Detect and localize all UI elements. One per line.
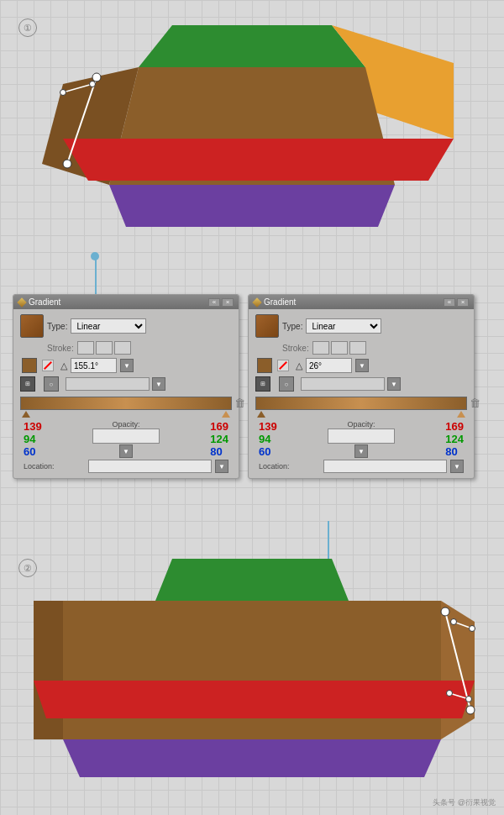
svg-marker-17 [34, 681, 475, 718]
collapse-btn-left[interactable]: « [208, 298, 220, 307]
type-select-right[interactable]: Linear Radial [306, 318, 381, 334]
stroke-box-r2[interactable] [331, 341, 348, 355]
g2-left: 124 [210, 433, 228, 445]
svg-marker-5 [63, 139, 454, 181]
svg-marker-4 [109, 185, 395, 227]
svg-marker-16 [63, 739, 441, 777]
mid-input-left[interactable] [66, 377, 150, 391]
b2-right: 80 [445, 445, 464, 458]
svg-point-25 [447, 691, 453, 697]
box-illustration-top [17, 17, 487, 260]
svg-marker-12 [155, 559, 349, 601]
trash-icon-left[interactable]: 🗑 [234, 397, 245, 409]
gradient-panel-left: Gradient « × Type: Linear Radial Stroke: [13, 294, 239, 479]
opacity-input-right[interactable] [328, 429, 395, 444]
svg-point-23 [470, 626, 475, 632]
r2-right: 169 [445, 420, 464, 433]
gradient-panel-right: Gradient « × Type: Linear Radial Stroke: [248, 294, 475, 479]
stroke-box-3[interactable] [114, 341, 131, 355]
svg-point-11 [90, 82, 96, 87]
svg-marker-15 [441, 601, 475, 739]
panel-title-right: Gradient [264, 297, 296, 307]
svg-marker-14 [34, 601, 63, 739]
collapse-btn-right[interactable]: « [444, 298, 455, 307]
svg-point-22 [451, 619, 457, 625]
opacity-dropdown-right[interactable]: ▼ [354, 444, 368, 458]
box-illustration-bottom [17, 555, 487, 798]
location-input-right[interactable] [323, 460, 447, 473]
panel-titlebar-left: Gradient « × [13, 295, 239, 309]
svg-point-10 [60, 90, 66, 96]
svg-marker-0 [139, 25, 365, 67]
color-swatch-left[interactable] [20, 314, 44, 338]
panel-title-left: Gradient [29, 297, 60, 307]
type-label-left: Type: [47, 322, 67, 331]
location-dropdown-right[interactable]: ▼ [450, 460, 464, 473]
g1-left: 94 [24, 433, 42, 445]
type-label-right: Type: [282, 322, 302, 331]
stroke-box-1[interactable] [77, 341, 94, 355]
b1-left: 60 [24, 445, 42, 458]
stop-right-right[interactable] [457, 411, 465, 418]
location-dropdown-left[interactable]: ▼ [215, 460, 228, 473]
svg-point-8 [63, 160, 71, 168]
svg-point-20 [466, 706, 475, 714]
svg-point-26 [466, 697, 472, 702]
location-label-right: Location: [259, 462, 320, 471]
g2-right: 124 [445, 433, 464, 445]
mid-input-right[interactable] [301, 377, 385, 391]
location-label-left: Location: [24, 462, 85, 471]
angle-dropdown-right[interactable]: ▼ [355, 359, 369, 372]
step1-circle: ① [18, 18, 37, 37]
mid-dropdown-right[interactable]: ▼ [387, 377, 401, 391]
gradient-bar-left[interactable] [20, 397, 232, 410]
g1-right: 94 [259, 433, 277, 445]
color-swatch-right[interactable] [255, 314, 279, 338]
angle-input-left[interactable] [71, 358, 117, 373]
opacity-label-right: Opacity: [347, 420, 375, 429]
close-btn-right[interactable]: × [457, 298, 469, 307]
trash-icon-right[interactable]: 🗑 [470, 397, 480, 409]
b1-right: 60 [259, 445, 277, 458]
opacity-input-left[interactable] [92, 429, 160, 444]
stop-right-left[interactable] [222, 411, 230, 418]
gradient-panels-section: Gradient « × Type: Linear Radial Stroke: [8, 286, 496, 529]
location-input-left[interactable] [88, 460, 212, 473]
opacity-label-left: Opacity: [112, 420, 139, 429]
close-btn-left[interactable]: × [222, 298, 234, 307]
step2-circle: ② [18, 559, 37, 577]
watermark: 头条号 @衍果视觉 [433, 797, 496, 808]
opacity-dropdown-left[interactable]: ▼ [119, 444, 133, 458]
panel-titlebar-right: Gradient « × [249, 295, 474, 309]
gradient-bar-right[interactable] [255, 397, 467, 410]
stroke-label-right: Stroke: [282, 344, 309, 353]
svg-point-19 [441, 607, 449, 616]
mid-dropdown-left[interactable]: ▼ [152, 377, 165, 391]
type-select-left[interactable]: Linear Radial [71, 318, 146, 334]
stroke-box-r3[interactable] [349, 341, 366, 355]
angle-dropdown-left[interactable]: ▼ [120, 359, 134, 372]
r1-right: 139 [259, 420, 277, 433]
r2-left: 169 [210, 420, 228, 433]
angle-input-right[interactable] [306, 358, 352, 373]
b2-left: 80 [210, 445, 228, 458]
svg-point-7 [92, 73, 101, 82]
svg-marker-13 [63, 601, 441, 739]
stop-left-left[interactable] [22, 411, 30, 418]
r1-left: 139 [24, 420, 42, 433]
stroke-box-2[interactable] [96, 341, 113, 355]
stroke-box-r1[interactable] [312, 341, 329, 355]
stroke-label-left: Stroke: [47, 344, 74, 353]
stop-left-right[interactable] [257, 411, 265, 418]
connector-dot-top [91, 252, 99, 260]
